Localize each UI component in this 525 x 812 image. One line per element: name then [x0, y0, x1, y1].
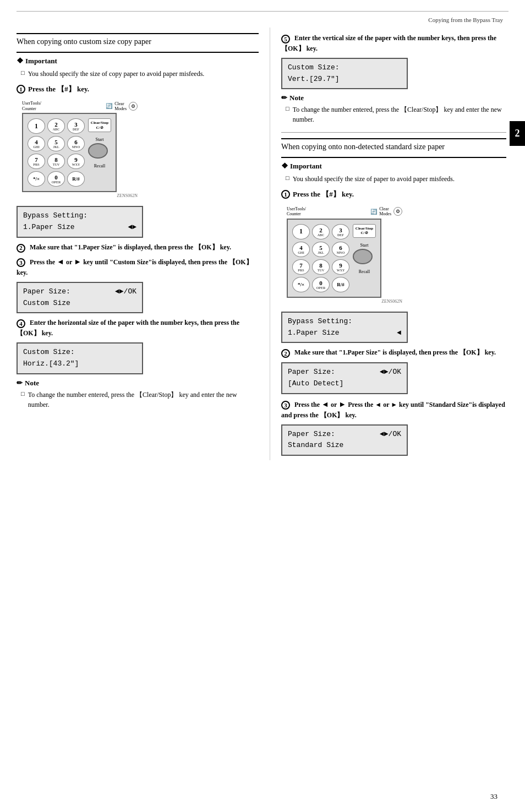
clear-stop-btn: Clear/StopC/⊘ — [88, 118, 111, 132]
important-icon: ❖ — [17, 56, 24, 66]
lcd-ch-line2: Horiz.[43.2"] — [23, 358, 136, 370]
zens-label-right: ZENS062N — [287, 299, 402, 304]
key-2: 2ABC — [47, 118, 65, 134]
section2-title: When copying onto non-detected standard … — [281, 143, 506, 151]
recall-label: Recall — [88, 164, 111, 168]
lcd-cv-line2: Vert.[29.7"] — [288, 74, 401, 85]
important2-item-1: You should specify the size of paper to … — [281, 174, 506, 184]
clear-stop-btn-r: Clear/StopC/⊘ — [353, 224, 376, 238]
important-item-1: You should specify the size of copy pape… — [17, 69, 259, 79]
step1b-header: 1 Press the 【#】 key. — [281, 189, 506, 199]
note1-icon: ✏ — [17, 379, 23, 388]
step1b-number: 1 — [281, 190, 290, 199]
key-r: R/# — [67, 171, 85, 187]
key-5r: 5JKL — [312, 242, 330, 257]
section-divider — [281, 132, 506, 133]
key-8r: 8TUV — [312, 259, 330, 275]
key-6: 6MNO — [67, 136, 85, 151]
page-header: Copying from the Bypass Tray — [0, 14, 525, 28]
left-section-title: When copying onto custom size copy paper — [17, 37, 259, 46]
lcd-custom-horiz: Custom Size: Horiz.[43.2"] — [17, 342, 143, 374]
key-9r: 9WXY — [332, 259, 349, 275]
lcd-cv-line1: Custom Size: — [288, 62, 401, 74]
lcd-bs-r-line2: 1.Paper Size ◄ — [288, 328, 401, 339]
lcd-ch-line1: Custom Size: — [23, 347, 136, 358]
key-9: 9WXY — [67, 154, 85, 169]
section2-top-line — [281, 138, 506, 139]
start-btn — [88, 143, 108, 159]
key-star: */× — [28, 171, 45, 187]
note1-header: ✏ Note — [17, 379, 259, 388]
page-number: 33 — [490, 792, 497, 801]
key-3r: 3DEF — [332, 224, 349, 239]
step2-number: 2 — [17, 244, 25, 253]
keypad-usertool-label: UserTools/Counter — [22, 101, 41, 111]
lcd-paper-size-custom: Paper Size: ◄►/OK Custom Size — [17, 282, 143, 314]
key-8: 8TUV — [47, 154, 65, 169]
chapter-tab: 2 — [510, 121, 525, 146]
step5-desc: 5 Enter the vertical size of the paper w… — [281, 33, 506, 53]
key-7: 7PRS — [28, 154, 45, 169]
lcd-ps-line1: Paper Size: ◄►/OK — [23, 286, 136, 298]
step4-number: 4 — [17, 319, 25, 328]
key-4r: 4GHI — [292, 242, 310, 257]
start-label: Start — [88, 137, 111, 142]
lcd-bypass-setting-left: Bypass Setting: 1.Paper Size ◄► — [17, 206, 143, 238]
keypad-usertool-label-r: UserTools/Counter — [287, 206, 306, 217]
important2-header: ❖ Important — [281, 161, 506, 171]
important2-icon: ❖ — [281, 161, 288, 171]
step2b-number: 2 — [281, 349, 290, 358]
keypad-clearmodes-label-r: 🔄 ClearModes ⚙ — [370, 206, 402, 217]
start-label-r: Start — [353, 243, 376, 248]
step1-header: 1 Press the 【#】 key. — [17, 84, 259, 94]
lcd-paper-auto: Paper Size: ◄►/OK [Auto Detect] — [281, 362, 408, 394]
keypad-diagram-left: UserTools/Counter 🔄 ClearModes ⚙ 1 2ABC … — [22, 101, 138, 198]
lcd-pa-line2: [Auto Detect] — [288, 378, 401, 390]
key-7r: 7PRS — [292, 259, 310, 275]
step3-number: 3 — [17, 258, 25, 267]
key-1r: 1 — [292, 224, 310, 239]
step4-desc: 4 Enter the horizontal size of the paper… — [17, 318, 259, 338]
note1-item: To change the number entered, press the … — [17, 390, 259, 410]
key-0: 0OPER — [47, 171, 65, 187]
zens-label-left: ZENS062N — [22, 193, 138, 198]
lcd-bs-r-line1: Bypass Setting: — [288, 316, 401, 328]
key-5: 5JKL — [47, 136, 65, 151]
key-1: 1 — [28, 118, 45, 134]
note2-icon: ✏ — [281, 94, 287, 102]
lcd-line2-left: 1.Paper Size ◄► — [23, 222, 136, 233]
lcd-pa-line1: Paper Size: ◄►/OK — [288, 367, 401, 378]
lcd-custom-vert: Custom Size: Vert.[29.7"] — [281, 58, 408, 90]
step3b-desc: 3 Press the ◄ or ► Press the ◄ or ► key … — [281, 399, 506, 420]
key-4: 4GHI — [28, 136, 45, 151]
key-6r: 6MNO — [332, 242, 349, 257]
key-star-r: */× — [292, 277, 310, 292]
important-header: ❖ Important — [17, 56, 259, 66]
start-btn-r — [353, 249, 373, 264]
keypad-diagram-right: UserTools/Counter 🔄 ClearModes ⚙ 1 2ABC … — [287, 206, 402, 304]
lcd-paper-standard: Paper Size: ◄►/OK Standard Size — [281, 424, 408, 456]
lcd-pst-line2: Standard Size — [288, 440, 401, 451]
step2-desc: 2 Make sure that "1.Paper Size" is displ… — [17, 242, 259, 253]
lcd-ps-line2: Custom Size — [23, 298, 136, 309]
section2-bottom-line — [281, 157, 506, 158]
step5-number: 5 — [281, 35, 290, 43]
key-2r: 2ABC — [312, 224, 330, 239]
lcd-bypass-setting-right: Bypass Setting: 1.Paper Size ◄ — [281, 312, 408, 344]
step3b-number: 3 — [281, 401, 290, 410]
step1-number: 1 — [17, 85, 25, 94]
key-3: 3DEF — [67, 118, 85, 134]
key-rr: R/# — [332, 277, 349, 292]
step3-desc: 3 Press the ◄ or ► key until "Custom Siz… — [17, 256, 259, 277]
note2-item: To change the number entered, press the … — [281, 105, 506, 124]
key-0r: 0OPER — [312, 277, 330, 292]
step2b-desc: 2 Make sure that "1.Paper Size" is displ… — [281, 347, 506, 358]
lcd-line1-left: Bypass Setting: — [23, 210, 136, 222]
keypad-clearmodes-label: 🔄 ClearModes ⚙ — [106, 101, 138, 111]
note2-header: ✏ Note — [281, 94, 506, 102]
lcd-pst-line1: Paper Size: ◄►/OK — [288, 429, 401, 440]
recall-label-r: Recall — [353, 269, 376, 274]
